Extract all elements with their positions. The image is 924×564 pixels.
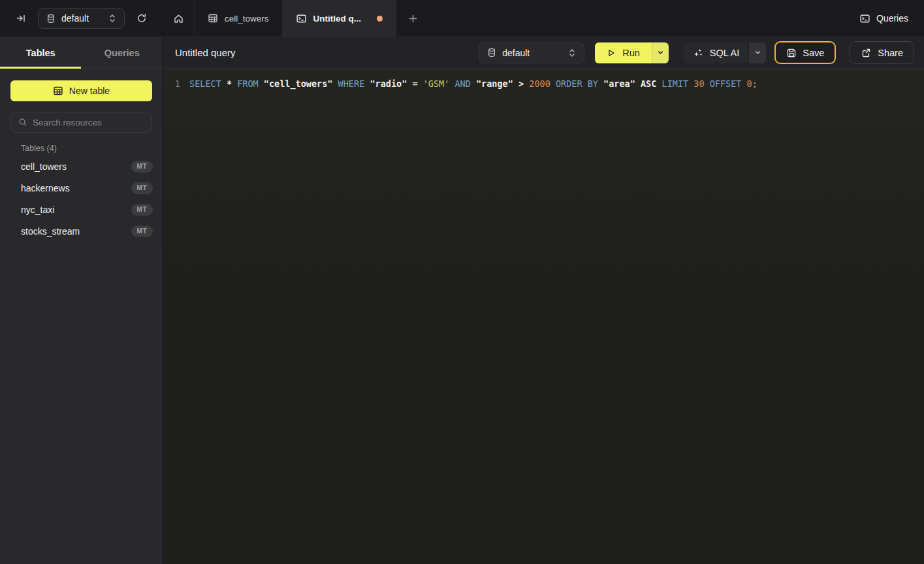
sql-ai-options-button[interactable] bbox=[748, 42, 766, 63]
table-icon bbox=[53, 86, 63, 96]
new-table-label: New table bbox=[69, 86, 110, 96]
tables-section-label: Tables (4) bbox=[21, 144, 57, 153]
table-row-hackernews[interactable]: hackernews MT bbox=[5, 177, 158, 199]
sql-ai-button-group: SQL AI bbox=[684, 42, 766, 63]
query-database-value: default bbox=[502, 48, 562, 58]
new-table-button[interactable]: New table bbox=[10, 80, 152, 101]
save-icon bbox=[786, 48, 797, 58]
query-title: Untitled query bbox=[175, 47, 236, 58]
top-bar: default bbox=[0, 0, 924, 37]
table-row-stocks-stream[interactable]: stocks_stream MT bbox=[5, 220, 158, 242]
tables-list: cell_towers MT hackernews MT nyc_taxi MT… bbox=[5, 156, 158, 242]
query-database-selector[interactable]: default bbox=[479, 42, 584, 63]
database-selector[interactable]: default bbox=[38, 8, 125, 29]
sql-editor[interactable]: 1 SELECT * FROM "cell_towers" WHERE "rad… bbox=[163, 69, 924, 564]
save-button[interactable]: Save bbox=[774, 41, 836, 64]
chevron-down-icon bbox=[657, 49, 664, 56]
sql-ai-button[interactable]: SQL AI bbox=[684, 42, 748, 63]
save-label: Save bbox=[803, 48, 824, 58]
query-toolbar: Untitled query default bbox=[163, 37, 924, 69]
active-tab-underline bbox=[0, 67, 81, 69]
queries-panel-button[interactable]: Queries bbox=[859, 13, 908, 24]
run-button[interactable]: Run bbox=[595, 42, 652, 63]
tab-untitled-query[interactable]: Untitled q... bbox=[283, 0, 397, 37]
table-row-nyc-taxi[interactable]: nyc_taxi MT bbox=[5, 199, 158, 220]
top-bar-left: default bbox=[0, 0, 163, 37]
table-name: cell_towers bbox=[21, 161, 131, 172]
table-engine-badge: MT bbox=[131, 182, 153, 194]
tab-bar: cell_towers Untitled q... bbox=[163, 0, 430, 37]
run-options-button[interactable] bbox=[652, 42, 669, 63]
sidebar-tab-tables[interactable]: Tables bbox=[0, 37, 82, 68]
share-button[interactable]: Share bbox=[850, 41, 914, 64]
tab-label: Untitled q... bbox=[313, 14, 362, 24]
search-resources-input[interactable] bbox=[33, 118, 144, 127]
collapse-sidebar-icon[interactable] bbox=[12, 9, 30, 27]
database-icon bbox=[46, 14, 56, 24]
table-name: hackernews bbox=[21, 183, 131, 193]
table-name: nyc_taxi bbox=[21, 205, 131, 215]
chevron-updown-icon bbox=[108, 14, 116, 23]
run-label: Run bbox=[622, 48, 640, 58]
queries-label: Queries bbox=[876, 13, 908, 24]
sidebar-tab-queries[interactable]: Queries bbox=[82, 37, 163, 68]
table-name: stocks_stream bbox=[21, 226, 131, 237]
sidebar: Tables Queries New table Tables (4) cell… bbox=[0, 37, 163, 564]
tab-label: cell_towers bbox=[225, 14, 269, 24]
database-icon bbox=[487, 48, 496, 58]
search-icon bbox=[18, 118, 27, 127]
sparkles-icon bbox=[693, 48, 703, 58]
top-bar-right: Queries bbox=[859, 0, 924, 37]
queries-icon bbox=[859, 13, 870, 24]
unsaved-changes-dot bbox=[377, 16, 383, 22]
search-resources-box bbox=[10, 112, 152, 133]
tab-home[interactable] bbox=[163, 0, 195, 37]
new-tab-button[interactable] bbox=[396, 0, 430, 37]
table-row-cell-towers[interactable]: cell_towers MT bbox=[5, 156, 158, 177]
refresh-icon[interactable] bbox=[133, 9, 151, 27]
run-button-group: Run bbox=[595, 42, 669, 63]
sql-console-app: default bbox=[0, 0, 924, 564]
tab-cell-towers[interactable]: cell_towers bbox=[195, 0, 283, 37]
chevron-down-icon bbox=[754, 49, 761, 56]
chevron-updown-icon bbox=[568, 48, 576, 58]
plus-icon bbox=[408, 14, 418, 24]
sql-code-line: SELECT * FROM "cell_towers" WHERE "radio… bbox=[180, 78, 757, 89]
line-number: 1 bbox=[163, 78, 180, 89]
table-icon bbox=[208, 13, 218, 24]
console-icon bbox=[296, 13, 307, 24]
home-icon bbox=[173, 13, 184, 24]
sql-editor-line-1[interactable]: 1 SELECT * FROM "cell_towers" WHERE "rad… bbox=[163, 76, 924, 91]
toolbar-actions: default Run bbox=[479, 41, 924, 64]
database-selector-value: default bbox=[61, 13, 103, 24]
play-icon bbox=[607, 48, 616, 58]
sidebar-tabs: Tables Queries bbox=[0, 37, 163, 69]
table-engine-badge: MT bbox=[131, 161, 153, 173]
share-icon bbox=[861, 48, 871, 58]
table-engine-badge: MT bbox=[131, 204, 153, 216]
share-label: Share bbox=[878, 48, 903, 58]
sql-ai-label: SQL AI bbox=[710, 48, 739, 58]
table-engine-badge: MT bbox=[131, 225, 153, 237]
